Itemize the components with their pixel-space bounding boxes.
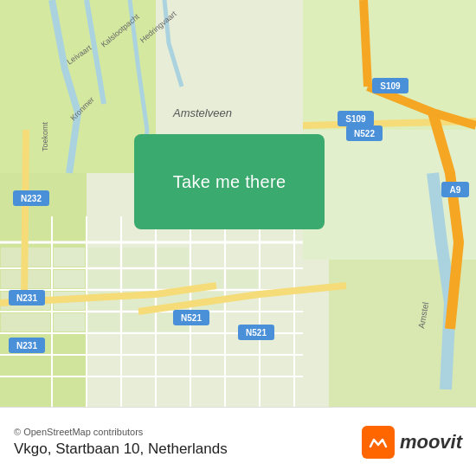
svg-text:S109: S109	[345, 114, 366, 124]
location-info: © OpenStreetMap contributors Vkgo, Start…	[14, 427, 228, 458]
svg-rect-25	[158, 248, 189, 267]
moovit-wordmark: moovit	[400, 431, 462, 453]
svg-rect-23	[88, 248, 119, 267]
map-container: N232 N231 N231 N521 N521 S109 S109 N522 …	[0, 0, 476, 407]
svg-text:N232: N232	[21, 194, 42, 203]
svg-text:N231: N231	[16, 293, 37, 303]
svg-text:N521: N521	[181, 313, 202, 323]
copyright-text: © OpenStreetMap contributors	[14, 427, 228, 437]
svg-rect-27	[54, 270, 85, 288]
svg-rect-42	[123, 313, 154, 331]
svg-text:N231: N231	[16, 341, 37, 351]
svg-point-69	[366, 430, 390, 454]
svg-rect-41	[88, 313, 119, 331]
svg-rect-29	[123, 270, 154, 288]
take-me-there-button[interactable]: Take me there	[156, 164, 304, 201]
svg-text:A9: A9	[450, 185, 461, 195]
svg-rect-24	[123, 248, 154, 267]
moovit-icon	[362, 426, 395, 459]
svg-rect-30	[158, 270, 189, 288]
svg-text:Amstelveen: Amstelveen	[172, 106, 232, 119]
svg-text:N522: N522	[354, 129, 375, 138]
bottom-bar: © OpenStreetMap contributors Vkgo, Start…	[0, 407, 476, 476]
svg-text:Toekomt: Toekomt	[41, 121, 49, 151]
location-name: Vkgo, Startbaan 10, Netherlands	[14, 441, 228, 458]
svg-rect-40	[54, 313, 85, 331]
svg-rect-22	[54, 248, 85, 267]
destination-card: Take me there	[134, 134, 325, 229]
svg-rect-39	[1, 313, 50, 331]
svg-rect-32	[227, 270, 258, 288]
svg-rect-3	[303, 0, 476, 130]
svg-rect-28	[88, 270, 119, 288]
svg-text:N521: N521	[246, 328, 267, 338]
moovit-logo: moovit	[362, 426, 462, 459]
svg-text:S109: S109	[380, 81, 401, 91]
